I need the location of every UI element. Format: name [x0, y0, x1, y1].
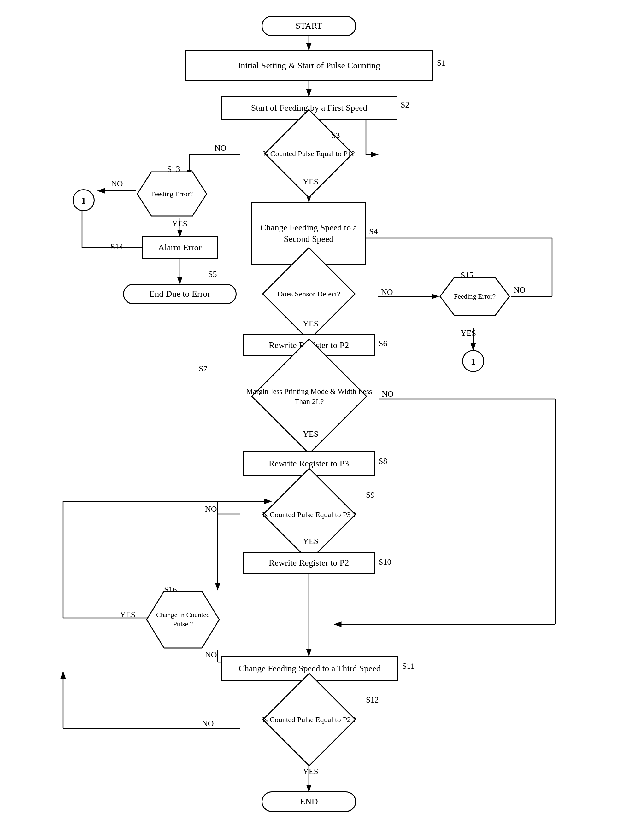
s5-diamond-label: Does Sensor Detect?: [261, 289, 356, 299]
s9-diamond-label: Is Counted Pulse Equal to P3 ?: [249, 510, 369, 520]
s3-yes-label: YES: [303, 177, 318, 187]
s3-diamond-container: Is Counted Pulse Equal to P1?: [240, 131, 378, 176]
s4-label: Change Feeding Speed to a Second Speed: [253, 222, 365, 245]
s9-yes-label: YES: [303, 537, 318, 546]
s3-step-label: S3: [331, 131, 340, 140]
s10-step-label: S10: [379, 557, 391, 567]
s5-yes-label: YES: [303, 319, 318, 329]
end-error-node: End Due to Error: [123, 284, 236, 304]
circle1b-label: 1: [471, 355, 476, 367]
circle1b: 1: [462, 350, 484, 372]
s1-step-label: S1: [437, 58, 446, 68]
s14-label: Alarm Error: [158, 242, 202, 253]
s9-no-label: NO: [205, 505, 217, 514]
s1-node: Initial Setting & Start of Pulse Countin…: [185, 50, 433, 81]
s12-step-label: S12: [366, 695, 379, 705]
s16-no-label: NO: [205, 650, 217, 660]
s15-hex-container: Feeding Error?: [438, 276, 511, 317]
s1-label: Initial Setting & Start of Pulse Countin…: [238, 60, 380, 71]
flowchart: START Initial Setting & Start of Pulse C…: [0, 0, 618, 840]
s7-step-label: S7: [199, 364, 207, 374]
s11-label: Change Feeding Speed to a Third Speed: [239, 663, 381, 674]
circle1a: 1: [73, 189, 95, 211]
s2-step-label: S2: [401, 100, 409, 110]
s7-diamond-container: Margin-less Printing Mode & Width Less T…: [214, 364, 404, 429]
end-error-label: End Due to Error: [149, 288, 210, 299]
s9-step-label: S9: [366, 490, 374, 500]
start-label: START: [296, 20, 322, 31]
s14-node: Alarm Error: [142, 237, 218, 259]
circle1a-label: 1: [82, 194, 86, 206]
end-label: END: [300, 796, 318, 807]
s12-no-label: NO: [202, 719, 214, 728]
s16-hex-label: Change in Counted Pulse ?: [152, 590, 214, 650]
s4-step-label: S4: [369, 227, 377, 237]
s12-diamond-label: Is Counted Pulse Equal to P2 ?: [249, 715, 369, 724]
s10-node: Rewrite Register to P2: [243, 552, 375, 574]
s15-hex-label: Feeding Error?: [443, 276, 506, 317]
s13-hex-label: Feeding Error?: [142, 170, 202, 218]
s7-yes-label: YES: [303, 430, 318, 439]
s6-step-label: S6: [379, 339, 387, 348]
s5-step-label: S5: [208, 270, 217, 279]
s3-diamond-label: Is Counted Pulse Equal to P1?: [258, 149, 360, 159]
s5-no-label: NO: [381, 287, 393, 297]
s13-no-label: NO: [111, 179, 123, 188]
s11-step-label: S11: [402, 662, 415, 671]
start-node: START: [261, 16, 356, 36]
s13-hex-container: Feeding Error?: [136, 170, 208, 218]
s8-step-label: S8: [379, 456, 387, 466]
s10-label: Rewrite Register to P2: [269, 557, 349, 569]
s5-diamond-container: Does Sensor Detect?: [240, 270, 378, 319]
s12-yes-label: YES: [303, 767, 318, 776]
s13-yes-label: YES: [172, 219, 187, 229]
s14-step-label: S14: [110, 242, 123, 252]
s16-hex-container: Change in Counted Pulse ?: [145, 590, 221, 650]
s15-no-label: NO: [514, 285, 526, 295]
s16-yes-label: YES: [120, 610, 135, 619]
s3-no-label: NO: [214, 144, 226, 153]
s7-diamond-label: Margin-less Printing Mode & Width Less T…: [246, 387, 372, 406]
s15-yes-label: YES: [461, 329, 476, 338]
s9-diamond-container: Is Counted Pulse Equal to P3 ?: [214, 490, 404, 539]
s7-no-label: NO: [382, 390, 394, 399]
end-node: END: [261, 791, 356, 812]
